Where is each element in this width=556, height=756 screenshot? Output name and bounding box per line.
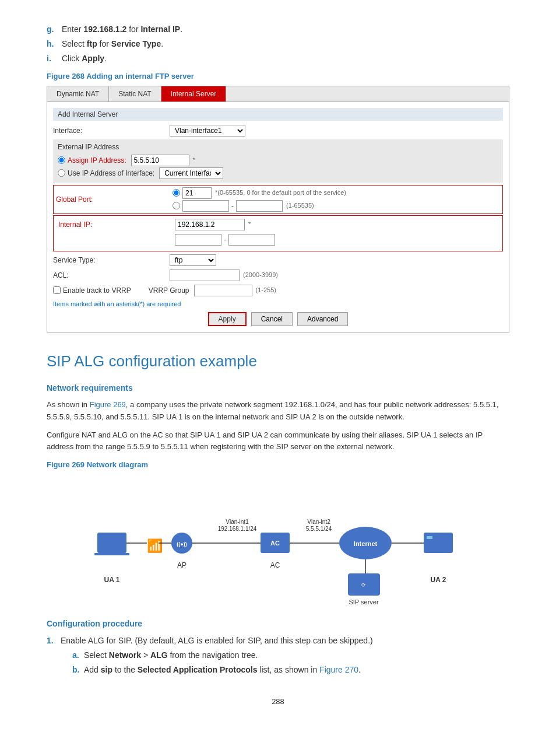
ac-label: AC (270, 561, 280, 569)
config-step-1: 1. Enable ALG for SIP. (By default, ALG … (47, 635, 509, 678)
external-ip-label: External IP Address (58, 142, 498, 152)
service-type-select[interactable]: ftp (170, 254, 216, 266)
acl-row: ACL: (2000-3999) (53, 269, 503, 282)
network-diagram: UA 1 📶 ((●)) AP Vlan-int1 192.168.1.1/24… (80, 480, 476, 608)
global-port-hint2: (1-65535) (286, 201, 314, 211)
use-ip-label: Use IP Address of Interface: (68, 168, 154, 178)
config-steps: 1. Enable ALG for SIP. (By default, ALG … (47, 635, 509, 678)
acl-label: ACL: (53, 270, 170, 281)
panel-tabs: Dynamic NAT Static NAT Internal Server (47, 86, 509, 102)
internal-ip-row: Internal IP: * (58, 218, 498, 231)
interface-row: Interface: Vlan-interface1 (53, 124, 503, 137)
panel-body: Add Internal Server Interface: Vlan-inte… (47, 102, 509, 332)
add-internal-server-label: Add Internal Server (58, 109, 118, 120)
ac-inner: AC (270, 540, 280, 547)
service-type-label: Service Type: (53, 255, 170, 265)
vrrp-group-input[interactable] (194, 285, 252, 296)
vrrp-row: Enable track to VRRP VRRP Group (1-255) (53, 284, 503, 297)
internet-label: Internet (354, 540, 378, 547)
btn-row: Apply Cancel Advanced (53, 312, 503, 326)
service-type-row: Service Type: ftp (53, 254, 503, 267)
assign-ip-input[interactable] (131, 155, 189, 166)
vlan-int2-label: Vlan-int2 (307, 519, 330, 525)
ua2-label: UA 2 (431, 576, 446, 584)
internal-ip-input2b[interactable] (228, 234, 275, 246)
step1b: b. Add sip to the Selected Application P… (72, 664, 373, 676)
step1a-label: a. (72, 649, 84, 662)
page-number: 288 (47, 696, 509, 708)
use-ip-row: Use IP Address of Interface: Current Int… (58, 167, 498, 179)
tab-static-nat[interactable]: Static NAT (109, 86, 161, 102)
tab-internal-server[interactable]: Internal Server (161, 86, 227, 102)
internal-ip-asterisk: * (248, 219, 251, 229)
internal-ip-section: Internal IP: * - (53, 215, 503, 251)
wifi-icon: 📶 (147, 538, 163, 554)
interface-select[interactable]: Vlan-interface1 (170, 125, 245, 136)
assign-ip-row: Assign IP Address: * (58, 155, 498, 166)
assign-ip-radio[interactable] (58, 156, 65, 164)
vrrp-checkbox[interactable] (53, 286, 61, 294)
step-g: g. Enter 192.168.1.2 for Internal IP. (47, 23, 509, 36)
network-req-heading: Network requirements (47, 382, 509, 394)
step1-text: Enable ALG for SIP. (By default, ALG is … (61, 636, 373, 645)
figure268-title: Figure 268 Adding an internal FTP server (47, 71, 509, 82)
use-ip-select[interactable]: Current Interface (159, 167, 223, 179)
ap-inner: ((●)) (177, 541, 186, 547)
internal-ip-dash: - (224, 235, 226, 245)
ap-label: AP (177, 561, 186, 569)
external-ip-section: External IP Address Assign IP Address: *… (53, 139, 503, 183)
step-i-text: Click Apply. (62, 52, 509, 65)
internal-ip-input1[interactable] (175, 219, 245, 230)
network-req-text2: Configure NAT and ALG on the AC so that … (47, 429, 509, 454)
assign-ip-asterisk: * (193, 155, 195, 165)
internal-ip-label: Internal IP: (58, 219, 175, 230)
global-port-row: Global Port: *(0-65535, 0 for the defaul… (53, 185, 503, 214)
step-i: i. Click Apply. (47, 52, 509, 65)
assign-ip-label: Assign IP Address: (68, 155, 126, 166)
step1b-text: Add sip to the Selected Application Prot… (84, 664, 361, 676)
diagram-svg: UA 1 📶 ((●)) AP Vlan-int1 192.168.1.1/24… (80, 480, 476, 608)
sip-section-heading: SIP ALG configuration example (47, 350, 509, 373)
step1a: a. Select Network > ALG from the navigat… (72, 649, 373, 662)
global-port-radio1[interactable] (173, 189, 180, 197)
internal-ip-input2a[interactable] (175, 234, 221, 246)
config-heading: Configuration procedure (47, 618, 509, 630)
interface-label: Interface: (53, 125, 170, 136)
step-i-letter: i. (47, 52, 58, 65)
figure270-link[interactable]: Figure 270 (319, 665, 358, 674)
step1-num: 1. (47, 635, 61, 678)
global-port-dash: - (231, 201, 234, 211)
global-port-label: Global Port: (56, 194, 173, 205)
ua1-base (94, 553, 129, 555)
step1-content: Enable ALG for SIP. (By default, ALG is … (61, 635, 373, 678)
network-req-text1: As shown in Figure 269, a company uses t… (47, 399, 509, 424)
vrrp-label: Enable track to VRRP (63, 285, 131, 296)
vlan-int1-label: Vlan-int1 (226, 519, 249, 525)
sip-inner: ⟳ (361, 582, 366, 588)
global-port-input1[interactable] (182, 187, 212, 199)
use-ip-radio[interactable] (58, 169, 65, 177)
step1a-text: Select Network > ALG from the navigation… (84, 649, 258, 662)
vrrp-checkbox-row: Enable track to VRRP (53, 285, 131, 296)
cancel-button[interactable]: Cancel (251, 312, 293, 326)
vrrp-group-label: VRRP Group (149, 285, 189, 296)
figure269-link[interactable]: Figure 269 (90, 400, 126, 409)
global-port-radio2[interactable] (173, 202, 180, 209)
step-h: h. Select ftp for Service Type. (47, 38, 509, 50)
advanced-button[interactable]: Advanced (297, 312, 348, 326)
step-h-letter: h. (47, 38, 58, 50)
figure268-panel: Dynamic NAT Static NAT Internal Server A… (47, 86, 509, 333)
step1b-label: b. (72, 664, 84, 676)
global-port-input2b[interactable] (236, 200, 283, 212)
acl-input[interactable] (170, 270, 240, 281)
global-port-input2a[interactable] (182, 200, 229, 212)
tab-dynamic-nat[interactable]: Dynamic NAT (47, 86, 109, 102)
vlan-int1-addr: 192.168.1.1/24 (218, 526, 257, 532)
step-h-text: Select ftp for Service Type. (62, 38, 509, 50)
step1-substeps: a. Select Network > ALG from the navigat… (72, 649, 373, 676)
ua1-label: UA 1 (104, 576, 120, 584)
apply-button[interactable]: Apply (208, 312, 247, 326)
step-g-letter: g. (47, 23, 58, 36)
ua2-screen (427, 536, 432, 539)
ua1-icon (97, 533, 126, 553)
